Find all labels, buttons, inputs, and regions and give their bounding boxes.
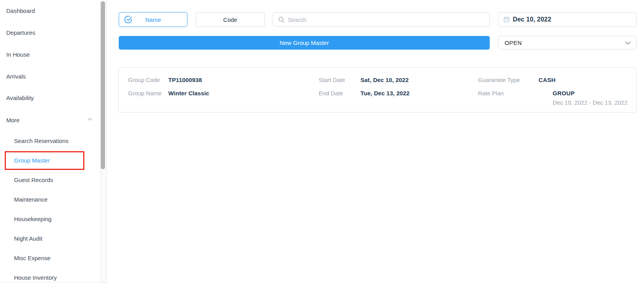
rate-plan-value: GROUP [553,89,575,97]
group-code-label: Group Code [128,76,160,84]
search-box [273,12,490,27]
end-date-value: Tue, Dec 13, 2022 [360,89,410,97]
group-name-label: Group Name [128,89,162,97]
rate-plan-date-range: Dec 10, 2022 - Dec 13, 2022 [553,99,628,107]
sidebar-item-group-master[interactable]: Group Master [14,157,50,164]
sidebar-bottom-border [0,282,107,282]
sidebar-item-house-inventory[interactable]: House Inventory [14,274,57,282]
search-icon [278,16,285,23]
search-by-code-button[interactable]: Code [196,12,265,27]
status-filter-dropdown[interactable]: OPEN [498,36,637,50]
new-group-master-button[interactable]: New Group Master [119,36,490,50]
sidebar-item-maintenance[interactable]: Maintenance [14,196,48,204]
sidebar-item-housekeeping[interactable]: Housekeeping [14,215,52,223]
main-content: Name Code [107,0,644,284]
start-date-value: Sat, Dec 10, 2022 [360,76,409,84]
search-by-name-button[interactable]: Name [119,12,187,27]
start-date-label: Start Date [319,76,345,84]
sidebar: Dashboard Departures In House Arrivals A… [0,0,100,284]
calendar-icon [503,16,510,23]
sidebar-scrollbar-thumb[interactable] [101,1,105,169]
group-master-card[interactable]: Group Code TP11000938 Group Name Winter … [118,67,637,113]
chevron-up-icon[interactable] [87,118,92,121]
search-by-name-label: Name [145,16,161,23]
group-master-screen: Dashboard Departures In House Arrivals A… [0,0,644,284]
date-value: Dec 10, 2022 [513,16,551,23]
sidebar-item-misc-expense[interactable]: Misc Expense [14,254,50,262]
guarantee-type-label: Guarantee Type [478,76,520,84]
check-circle-icon [124,15,132,24]
rate-plan-label: Rate Plan [478,89,504,97]
group-code-value: TP11000938 [168,76,202,84]
sidebar-item-search-reservations[interactable]: Search Reservations [14,137,68,145]
sidebar-item-night-audit[interactable]: Night Audit [14,235,43,243]
status-filter-value: OPEN [505,39,522,46]
guarantee-type-value: CASH [539,76,556,84]
search-input[interactable] [288,16,489,23]
end-date-label: End Date [319,89,343,97]
chevron-down-icon [625,41,631,45]
sidebar-item-guest-records[interactable]: Guest Records [14,176,53,184]
group-name-value: Winter Classic [168,89,209,97]
date-picker[interactable]: Dec 10, 2022 [498,12,637,27]
search-by-code-label: Code [223,16,237,23]
